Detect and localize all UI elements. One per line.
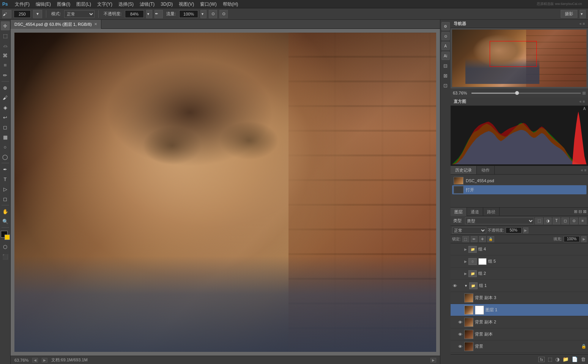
history-item-file[interactable]: DSC_4554.psd bbox=[452, 176, 586, 185]
color-swatches[interactable] bbox=[1, 231, 10, 240]
brush-preset-btn[interactable]: ▼ bbox=[33, 10, 42, 18]
menu-window[interactable]: 窗口(W) bbox=[197, 0, 219, 8]
filter-smart-btn[interactable]: ⊙ bbox=[570, 217, 578, 224]
marquee-tool[interactable]: ⬚ bbox=[1, 31, 10, 40]
workspace-dropdown-btn[interactable]: ▼ bbox=[580, 10, 586, 18]
layer-row-group5[interactable]: ▶ 0 组 5 bbox=[451, 255, 588, 268]
pen-tool[interactable]: ✒ bbox=[1, 165, 10, 174]
expand-group5[interactable]: ▶ bbox=[464, 260, 467, 263]
crop-tool[interactable]: ⌗ bbox=[1, 61, 10, 70]
eyedropper-tool[interactable]: ✏ bbox=[1, 71, 10, 80]
opacity-input[interactable]: 84% bbox=[125, 10, 144, 18]
status-nav-right[interactable]: ▶ bbox=[42, 358, 47, 362]
history-item-open[interactable]: 打开 bbox=[452, 185, 586, 194]
canvas-area[interactable] bbox=[11, 29, 440, 356]
healing-tool[interactable]: ⊕ bbox=[1, 83, 10, 92]
history-icon-btn[interactable]: ⚙ bbox=[441, 22, 450, 30]
menu-text[interactable]: 文字(Y) bbox=[94, 0, 115, 8]
filter-type-select[interactable]: 类型 bbox=[465, 217, 534, 224]
clone-tool[interactable]: ◈ bbox=[1, 103, 10, 112]
eraser-tool[interactable]: ◻ bbox=[1, 123, 10, 132]
dodge-tool[interactable]: ◯ bbox=[1, 152, 10, 161]
path-tool[interactable]: ▷ bbox=[1, 184, 10, 194]
zoom-tool[interactable]: 🔍 bbox=[1, 217, 10, 226]
lock-draw-btn[interactable]: ✏ bbox=[471, 236, 478, 242]
vis-layer1[interactable] bbox=[457, 307, 463, 313]
brush-size-input[interactable]: 250 bbox=[14, 10, 31, 18]
layer-row-group4[interactable]: ▶ 📁 组 4 bbox=[451, 243, 588, 255]
extra-icon-3[interactable]: ⊡ bbox=[441, 81, 450, 90]
vis-group5[interactable] bbox=[452, 259, 457, 264]
status-more-btn[interactable]: ▶ bbox=[430, 358, 436, 362]
nav-expand-btn[interactable]: « bbox=[580, 22, 582, 26]
adjustment-btn[interactable]: ◑ bbox=[555, 356, 560, 362]
opacity-value[interactable]: 50% bbox=[506, 227, 522, 233]
shape-tool[interactable]: ◻ bbox=[1, 194, 10, 203]
layer-row-bg-copy2[interactable]: 👁 背景 副本 2 bbox=[451, 316, 588, 328]
menu-view[interactable]: 视图(V) bbox=[176, 0, 197, 8]
tab-history[interactable]: 历史记录 bbox=[451, 166, 477, 174]
background-color[interactable] bbox=[5, 235, 10, 240]
nav-menu-btn[interactable]: ≡ bbox=[583, 22, 585, 26]
color-icon-btn[interactable]: A bbox=[441, 42, 450, 50]
new-layer-btn[interactable]: 📄 bbox=[572, 356, 578, 362]
layer-row-bg-copy3[interactable]: 背景 副本 3 bbox=[451, 292, 588, 304]
fill-value[interactable]: 100% bbox=[564, 236, 580, 242]
screen-mode-btn[interactable]: ⬛ bbox=[1, 252, 10, 261]
extra-icon-2[interactable]: ⊠ bbox=[441, 71, 450, 80]
tab-paths[interactable]: 路径 bbox=[483, 208, 500, 216]
expand-group2[interactable]: ▶ bbox=[464, 272, 467, 276]
quick-mask-btn[interactable]: ⬡ bbox=[1, 242, 10, 251]
add-mask-btn[interactable]: ⬚ bbox=[548, 356, 552, 362]
expand-group1[interactable]: ▼ bbox=[464, 284, 468, 288]
move-tool[interactable]: ✛ bbox=[1, 21, 10, 30]
brush-airbrush-btn[interactable]: ✒ bbox=[154, 10, 163, 18]
brush-tool[interactable]: 🖌 bbox=[1, 93, 10, 102]
tablet-size-btn[interactable]: ⊙ bbox=[219, 10, 228, 18]
filter-pixel-btn[interactable]: ⬚ bbox=[535, 217, 543, 224]
gradient-tool[interactable]: ▦ bbox=[1, 132, 10, 142]
lasso-tool[interactable]: ⌓ bbox=[1, 41, 10, 50]
tablet-pressure-btn[interactable]: ⊙ bbox=[209, 10, 217, 18]
tab-actions[interactable]: 动作 bbox=[477, 166, 495, 174]
opacity-more-btn[interactable]: ▶ bbox=[523, 227, 528, 233]
zoom-slider[interactable] bbox=[471, 93, 581, 94]
tab-layers[interactable]: 图层 bbox=[451, 208, 467, 216]
lock-all-btn[interactable]: 🔒 bbox=[487, 236, 494, 242]
blend-mode-select[interactable]: 正常 bbox=[452, 227, 486, 234]
filter-adj-btn[interactable]: ◑ bbox=[544, 217, 552, 224]
blur-tool[interactable]: ○ bbox=[1, 142, 10, 151]
status-nav-left[interactable]: ◀ bbox=[32, 358, 38, 362]
fx-btn[interactable]: fx bbox=[538, 357, 545, 362]
group-btn[interactable]: 📁 bbox=[563, 356, 569, 362]
brush-tool-btn[interactable]: 🖌 bbox=[2, 10, 11, 18]
lock-move-btn[interactable]: ✛ bbox=[479, 236, 486, 242]
vis-bg-copy2[interactable]: 👁 bbox=[457, 320, 463, 325]
menu-3d[interactable]: 3D(D) bbox=[158, 0, 176, 8]
flow-dropdown-btn[interactable]: ▼ bbox=[200, 10, 207, 18]
menu-help[interactable]: 帮助(H) bbox=[220, 0, 241, 8]
opacity-dropdown-btn[interactable]: ▼ bbox=[146, 10, 152, 18]
histogram-expand-btn[interactable]: « bbox=[580, 99, 582, 104]
layer-row-group2[interactable]: ▶ 📁 组 2 bbox=[451, 268, 588, 280]
nav-red-box[interactable] bbox=[490, 41, 537, 67]
hand-tool[interactable]: ✋ bbox=[1, 207, 10, 216]
tab-close-btn[interactable]: ✕ bbox=[94, 20, 97, 29]
delete-layer-btn[interactable]: 🗑 bbox=[581, 356, 586, 362]
workspace-label[interactable]: 摄影 bbox=[561, 10, 577, 18]
vis-bg[interactable]: 👁 bbox=[457, 344, 463, 349]
vis-bg-copy[interactable]: 👁 bbox=[457, 332, 463, 337]
expand-group4[interactable]: ▶ bbox=[464, 247, 467, 251]
histogram-menu-btn[interactable]: ≡ bbox=[583, 99, 585, 104]
tab-channels[interactable]: 通道 bbox=[467, 208, 483, 216]
filter-toggle-btn[interactable]: ≡ bbox=[579, 217, 586, 224]
filter-text-btn[interactable]: T bbox=[553, 217, 560, 224]
doc-tab-active[interactable]: DSC_4554.psd @ 63.8% (图层 1, RGB/8) ✕ bbox=[11, 20, 101, 29]
menu-file[interactable]: 文件(F) bbox=[12, 0, 33, 8]
menu-image[interactable]: 图像(I) bbox=[54, 0, 73, 8]
vis-group2[interactable] bbox=[452, 271, 457, 276]
menu-select[interactable]: 选择(S) bbox=[115, 0, 137, 8]
flow-input[interactable]: 100% bbox=[179, 10, 198, 18]
history-expand-btn[interactable]: « bbox=[581, 168, 583, 172]
mode-select[interactable]: 正常 bbox=[64, 10, 95, 18]
